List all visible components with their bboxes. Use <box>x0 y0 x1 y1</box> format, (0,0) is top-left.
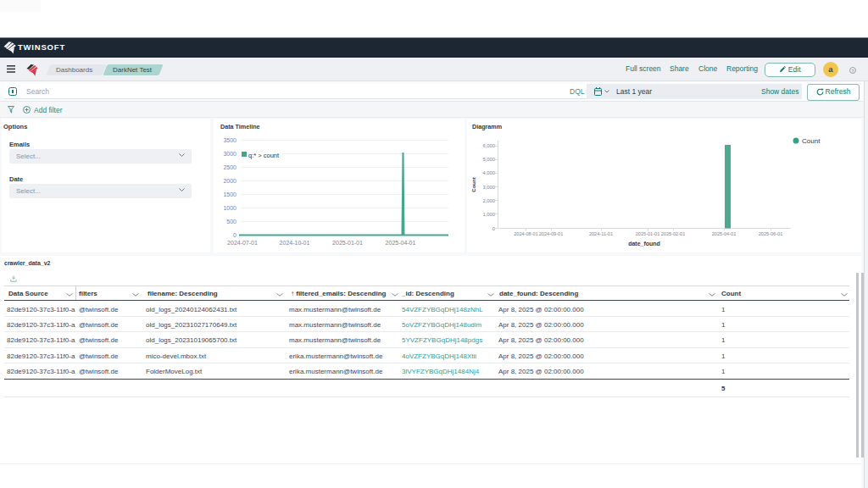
svg-text:Count: Count <box>471 177 476 191</box>
svg-text:5,000: 5,000 <box>482 157 495 162</box>
svg-text:2024-10-01: 2024-10-01 <box>280 240 310 246</box>
svg-text:1000: 1000 <box>223 205 236 211</box>
svg-text:2,000: 2,000 <box>482 198 495 203</box>
svg-text:2025-04-01: 2025-04-01 <box>386 240 416 246</box>
svg-text:2500: 2500 <box>223 164 236 170</box>
svg-text:0: 0 <box>233 232 236 238</box>
svg-text:2000: 2000 <box>223 178 236 184</box>
svg-text:2025-06-01: 2025-06-01 <box>759 231 783 236</box>
svg-text:2025-02-01: 2025-02-01 <box>661 231 686 236</box>
svg-text:2025-01-01: 2025-01-01 <box>332 240 363 246</box>
svg-text:q:* > count: q:* > count <box>248 152 280 159</box>
svg-text:4,000: 4,000 <box>482 170 495 175</box>
svg-text:2024-07-01: 2024-07-01 <box>227 240 258 246</box>
svg-text:2025-01-01: 2025-01-01 <box>636 231 660 236</box>
svg-text:2025-04-01: 2025-04-01 <box>712 231 737 236</box>
svg-text:500: 500 <box>226 219 236 225</box>
svg-text:6,000: 6,000 <box>482 143 495 148</box>
svg-text:2024-08-01: 2024-08-01 <box>514 231 538 236</box>
svg-text:2024-09-01: 2024-09-01 <box>539 231 564 236</box>
svg-text:3,000: 3,000 <box>482 185 495 190</box>
svg-text:Diagramm: Diagramm <box>472 123 502 130</box>
svg-text:date_found: date_found <box>628 241 660 247</box>
svg-text:1,000: 1,000 <box>482 212 495 217</box>
svg-text:1500: 1500 <box>223 191 236 197</box>
svg-text:3000: 3000 <box>223 151 236 157</box>
svg-text:Count: Count <box>802 137 821 145</box>
svg-text:3500: 3500 <box>223 137 236 143</box>
svg-text:0: 0 <box>492 226 495 231</box>
svg-text:Data Timeline: Data Timeline <box>220 123 260 130</box>
svg-text:2024-11-01: 2024-11-01 <box>589 231 613 236</box>
